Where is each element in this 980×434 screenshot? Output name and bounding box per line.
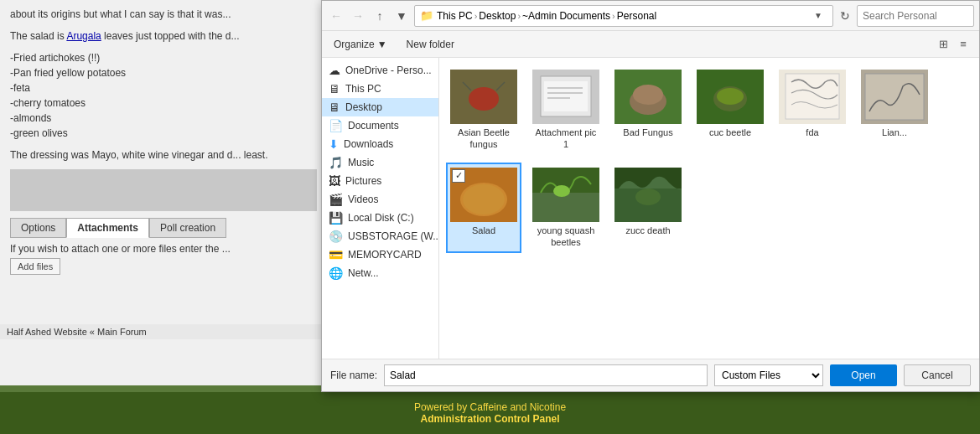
sidebar-label-localdisk: Local Disk (C:) (348, 212, 414, 224)
file-item-asian-beetle[interactable]: Asian Beetle fungus (446, 65, 521, 156)
software-name: Caffeine and Nicotine (470, 401, 567, 413)
dialog-bottom: File name: Custom Files Open Cancel (322, 359, 979, 391)
sidebar-label-pictures: Pictures (345, 175, 381, 187)
file-name-zucc: zucc death (625, 225, 670, 236)
svg-rect-34 (532, 193, 599, 222)
up-button[interactable]: ↑ (371, 7, 389, 25)
sidebar-item-videos[interactable]: 🎬 Videos (322, 190, 438, 209)
cancel-button[interactable]: Cancel (904, 364, 971, 386)
filetype-select[interactable]: Custom Files (714, 364, 823, 386)
breadcrumb-text: Half Ashed Website « Main Forum (7, 327, 147, 337)
address-bar: 📁 This PC › Desktop › ~Admin Documents ›… (414, 5, 833, 27)
bc-sep-2: › (517, 11, 521, 21)
network-icon: 🌐 (329, 266, 343, 280)
sidebar-item-desktop[interactable]: 🖥 Desktop (322, 98, 438, 116)
dialog-main: ☁ OneDrive - Perso... 🖥 This PC 🖥 Deskto… (322, 58, 979, 359)
sidebar-item-pictures[interactable]: 🖼 Pictures (322, 172, 438, 190)
sidebar-label-thispc: This PC (345, 83, 381, 95)
arugala-link[interactable]: Arugala (66, 30, 101, 42)
pictures-icon: 🖼 (329, 174, 340, 188)
bc-personal[interactable]: Personal (617, 10, 656, 22)
sidebar-item-network[interactable]: 🌐 Netw... (322, 264, 438, 282)
file-dialog: ← → ↑ ▼ 📁 This PC › Desktop › ~Admin Doc… (321, 0, 980, 392)
sidebar-item-localdisk[interactable]: 💾 Local Disk (C:) (322, 209, 438, 227)
organize-button[interactable]: Organize ▼ (329, 36, 392, 53)
organize-row: Organize ▼ New folder ⊞ ≡ (322, 31, 979, 58)
file-item-lian[interactable]: Lian... (857, 65, 932, 156)
footer: Powered by Caffeine and Nicotine Adminis… (0, 392, 980, 434)
file-name-cuc-beetle: cuc beetle (709, 127, 751, 138)
forward-button[interactable]: → (349, 7, 367, 25)
tab-attachments[interactable]: Attachments (66, 218, 149, 238)
view-large-icon-button[interactable]: ⊞ (934, 35, 952, 54)
file-name-bad-fungus: Bad Fungus (623, 127, 672, 138)
thumb-lian (861, 70, 928, 124)
organize-label: Organize (334, 39, 375, 50)
organize-arrow-icon: ▼ (377, 39, 387, 50)
file-item-bad-fungus[interactable]: Bad Fungus (610, 65, 686, 156)
sidebar-item-music[interactable]: 🎵 Music (322, 153, 438, 172)
back-button[interactable]: ← (327, 7, 345, 25)
memory-icon: 💳 (329, 248, 343, 261)
thumb-fda (779, 70, 846, 124)
thumb-asian-beetle (450, 70, 517, 124)
file-item-attachment[interactable]: Attachment pic 1 (528, 65, 604, 156)
refresh-button[interactable]: ↻ (837, 8, 853, 24)
tabs-row: Options Attachments Poll creation (10, 218, 317, 238)
powered-by-label: Powered by (414, 401, 467, 413)
tab-poll[interactable]: Poll creation (149, 218, 226, 238)
file-item-cuc-beetle[interactable]: cuc beetle (692, 65, 768, 156)
view-list-button[interactable]: ≡ (954, 35, 972, 54)
svg-point-15 (633, 85, 663, 105)
onedrive-icon: ☁ (329, 64, 340, 77)
svg-point-20 (717, 88, 744, 105)
new-folder-button[interactable]: New folder (399, 35, 462, 54)
dropdown-arrow-button[interactable]: ▼ (809, 7, 827, 25)
file-name-asian-beetle: Asian Beetle fungus (451, 127, 516, 151)
bc-desktop[interactable]: Desktop (479, 10, 516, 22)
sidebar-item-downloads[interactable]: ⬇ Downloads (322, 135, 438, 153)
blog-breadcrumb: Half Ashed Website « Main Forum (0, 324, 327, 339)
search-input[interactable] (857, 5, 974, 27)
files-grid: Asian Beetle fungus Atta (446, 65, 972, 253)
dialog-toolbar: ← → ↑ ▼ 📁 This PC › Desktop › ~Admin Doc… (322, 1, 979, 31)
sidebar-item-onedrive[interactable]: ☁ OneDrive - Perso... (322, 61, 438, 80)
sidebar-item-documents[interactable]: 📄 Documents (322, 116, 438, 135)
reply-box[interactable] (10, 169, 317, 211)
footer-line2: Administration Control Panel (420, 413, 559, 425)
sidebar-item-memory[interactable]: 💳 MEMORYCARD (322, 245, 438, 264)
sidebar-item-usb[interactable]: 💿 USBSTORAGE (W... (322, 227, 438, 245)
footer-line1: Powered by Caffeine and Nicotine (414, 401, 566, 413)
file-item-zucc[interactable]: zucc death (610, 163, 686, 254)
open-button[interactable]: Open (830, 364, 897, 386)
recent-button[interactable]: ▼ (392, 7, 411, 25)
file-name-attachment: Attachment pic 1 (533, 127, 599, 151)
add-files-button[interactable]: Add files (10, 258, 60, 275)
sidebar-label-documents: Documents (348, 120, 399, 132)
folder-icon: 📁 (420, 9, 433, 22)
sidebar-item-thispc[interactable]: 🖥 This PC (322, 80, 438, 98)
localdisk-icon: 💾 (329, 211, 343, 225)
sidebar-label-memory: MEMORYCARD (348, 249, 422, 261)
sidebar-label-videos: Videos (348, 194, 378, 205)
file-name-salad: Salad (472, 225, 495, 236)
svg-point-32 (463, 184, 505, 214)
dialog-sidebar: ☁ OneDrive - Perso... 🖥 This PC 🖥 Deskto… (322, 58, 439, 359)
file-item-fda[interactable]: fda (775, 65, 850, 156)
attach-text: If you wish to attach one or more files … (10, 243, 317, 255)
filename-input[interactable] (384, 364, 708, 386)
file-item-salad[interactable]: ✓ Salad (446, 163, 521, 254)
bc-admindocs[interactable]: ~Admin Documents (522, 10, 610, 22)
view-buttons: ⊞ ≡ (934, 35, 972, 54)
music-icon: 🎵 (329, 156, 343, 169)
sidebar-label-downloads: Downloads (344, 138, 393, 150)
bc-thispc[interactable]: This PC (437, 10, 473, 22)
tab-options[interactable]: Options (10, 218, 66, 238)
blog-text-1: about its origins but what I can say is … (10, 7, 317, 22)
videos-icon: 🎬 (329, 193, 343, 206)
thumb-cuc-beetle (697, 70, 764, 124)
selection-checkbox: ✓ (452, 169, 465, 183)
bc-sep-1: › (474, 11, 478, 21)
file-item-squash[interactable]: young squash beetles (528, 163, 604, 254)
sidebar-label-music: Music (348, 157, 374, 168)
